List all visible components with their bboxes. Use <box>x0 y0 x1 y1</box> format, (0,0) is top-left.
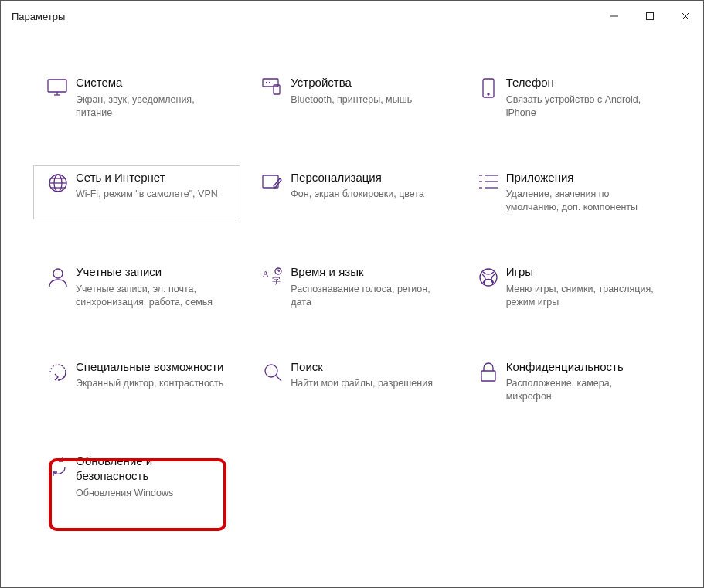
tile-sub: Меню игры, снимки, трансляция, режим игр… <box>506 283 656 309</box>
svg-point-10 <box>270 83 270 83</box>
tile-devices[interactable]: Устройства Bluetooth, принтеры, мышь <box>248 70 455 125</box>
tile-apps[interactable]: Приложения Удаление, значения по умолчан… <box>464 165 671 220</box>
svg-point-31 <box>480 269 497 286</box>
tile-sub: Wi-Fi, режим "в самолете", VPN <box>76 188 226 201</box>
tile-search[interactable]: Поиск Найти мои файлы, разрешения <box>248 355 455 410</box>
tile-title: Телефон <box>506 76 656 90</box>
maximize-icon <box>645 12 655 21</box>
system-icon <box>46 77 70 97</box>
minimize-button[interactable] <box>597 1 632 32</box>
tile-title: Поиск <box>291 360 440 375</box>
tile-network[interactable]: Сеть и Интернет Wi-Fi, режим "в самолете… <box>33 165 240 220</box>
tile-sub: Экранный диктор, контрастность <box>76 377 226 390</box>
tile-sub: Распознавание голоса, регион, дата <box>291 283 440 309</box>
close-icon <box>681 12 690 21</box>
tile-sub: Найти мои файлы, разрешения <box>291 377 440 390</box>
window-title: Параметры <box>12 11 65 22</box>
tile-accounts[interactable]: Учетные записи Учетные записи, эл. почта… <box>33 260 240 314</box>
search-icon <box>262 362 284 383</box>
time-language-icon: A字 <box>261 267 284 287</box>
tile-update-security[interactable]: Обновление и безопасность Обновления Win… <box>33 449 240 505</box>
tile-sub: Связать устройство с Android, iPhone <box>506 93 656 120</box>
tile-sub: Удаление, значения по умолчанию, доп. ко… <box>506 188 656 214</box>
svg-point-9 <box>267 83 267 83</box>
tile-privacy[interactable]: Конфиденциальность Расположение, камера,… <box>464 355 671 410</box>
titlebar: Параметры <box>1 1 703 32</box>
tile-ease-of-access[interactable]: Специальные возможности Экранный диктор,… <box>33 355 240 410</box>
apps-icon <box>478 172 499 191</box>
devices-icon <box>261 77 284 97</box>
window-controls <box>597 1 703 32</box>
svg-rect-1 <box>647 13 654 20</box>
maximize-button[interactable] <box>632 1 668 32</box>
globe-icon <box>47 172 69 194</box>
tile-system[interactable]: Система Экран, звук, уведомления, питани… <box>33 70 240 125</box>
lock-icon <box>479 362 498 383</box>
svg-point-32 <box>265 365 277 377</box>
tile-title: Обновление и безопасность <box>76 454 226 484</box>
xbox-icon <box>478 267 499 288</box>
tile-title: Конфиденциальность <box>506 360 656 375</box>
tile-title: Игры <box>506 265 656 280</box>
svg-point-25 <box>53 269 63 278</box>
person-icon <box>47 267 69 288</box>
tile-title: Устройства <box>291 76 440 90</box>
update-icon <box>47 456 69 478</box>
svg-rect-34 <box>481 371 495 381</box>
svg-rect-18 <box>263 175 278 188</box>
tile-time-language[interactable]: A字 Время и язык Распознавание голоса, ре… <box>248 260 455 314</box>
tile-title: Система <box>76 76 226 90</box>
minimize-icon <box>610 12 619 21</box>
tile-phone[interactable]: Телефон Связать устройство с Android, iP… <box>464 70 671 125</box>
tile-title: Специальные возможности <box>76 360 226 375</box>
svg-text:字: 字 <box>272 276 281 285</box>
tile-title: Сеть и Интернет <box>76 171 226 185</box>
svg-text:A: A <box>262 268 270 280</box>
svg-line-33 <box>276 376 281 381</box>
tile-sub: Экран, звук, уведомления, питание <box>76 93 226 120</box>
tile-sub: Учетные записи, эл. почта, синхронизация… <box>76 283 226 309</box>
tile-sub: Обновления Windows <box>76 487 226 500</box>
svg-point-12 <box>488 93 489 95</box>
tile-title: Учетные записи <box>76 265 226 280</box>
close-button[interactable] <box>668 1 703 32</box>
settings-grid: Система Экран, звук, уведомления, питани… <box>33 70 671 505</box>
tile-sub: Bluetooth, принтеры, мышь <box>291 93 440 107</box>
tile-personalization[interactable]: Персонализация Фон, экран блокировки, цв… <box>248 165 455 220</box>
tile-gaming[interactable]: Игры Меню игры, снимки, трансляция, режи… <box>464 260 671 314</box>
phone-icon <box>480 77 497 100</box>
tile-title: Персонализация <box>291 171 440 185</box>
tile-title: Приложения <box>506 171 656 185</box>
svg-rect-4 <box>48 80 66 92</box>
tile-title: Время и язык <box>291 265 440 280</box>
brush-icon <box>261 172 284 192</box>
tile-sub: Расположение, камера, микрофон <box>506 377 656 403</box>
tile-sub: Фон, экран блокировки, цвета <box>291 188 440 201</box>
ease-icon <box>47 362 69 383</box>
